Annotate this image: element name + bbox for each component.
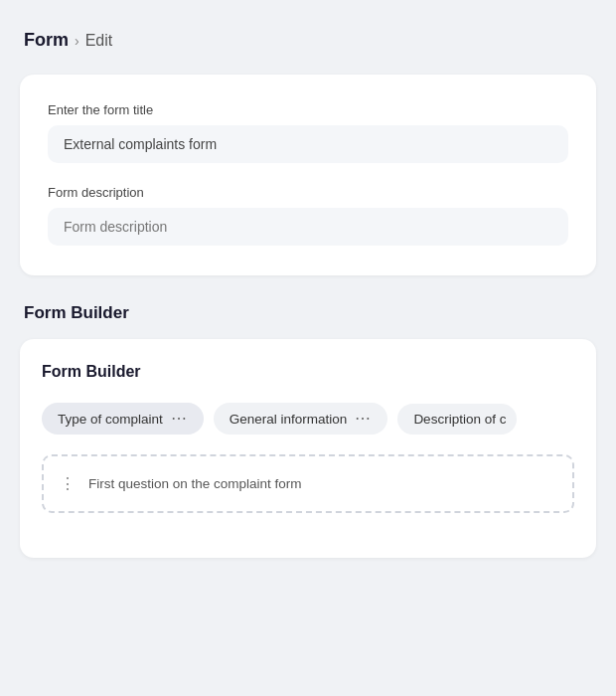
title-label: Enter the form title xyxy=(48,102,568,117)
builder-card: Form Builder Type of complaint ⋯ General… xyxy=(20,339,596,558)
chevron-right-icon: › xyxy=(75,33,79,49)
tabs-row: Type of complaint ⋯ General information … xyxy=(42,403,574,435)
description-input[interactable] xyxy=(48,208,568,246)
tab-type-of-complaint[interactable]: Type of complaint ⋯ xyxy=(42,403,204,435)
page-container: Form › Edit Enter the form title Form de… xyxy=(0,0,616,696)
title-field-group: Enter the form title xyxy=(48,102,568,163)
tab-description-partial[interactable]: Description of c xyxy=(397,404,517,435)
tab-general-information-label: General information xyxy=(230,412,348,427)
breadcrumb-form[interactable]: Form xyxy=(24,30,69,51)
breadcrumb-edit: Edit xyxy=(85,32,113,50)
builder-card-title: Form Builder xyxy=(42,363,574,381)
breadcrumb: Form › Edit xyxy=(20,30,596,51)
description-field-group: Form description xyxy=(48,185,568,246)
form-builder-section-title: Form Builder xyxy=(20,303,596,323)
tab-description-label: Description of c xyxy=(413,412,506,427)
first-question-label: First question on the complaint form xyxy=(88,476,302,491)
drag-handle-icon: ⋮ xyxy=(60,474,77,493)
tab-type-of-complaint-label: Type of complaint xyxy=(58,412,163,427)
description-label: Form description xyxy=(48,185,568,200)
form-info-card: Enter the form title Form description xyxy=(20,75,596,275)
title-input[interactable] xyxy=(48,125,568,163)
tab-more-icon-2[interactable]: ⋯ xyxy=(355,411,372,427)
tab-more-icon[interactable]: ⋯ xyxy=(171,411,188,427)
tab-general-information[interactable]: General information ⋯ xyxy=(214,403,388,435)
dashed-drop-area: ⋮ First question on the complaint form xyxy=(42,454,574,513)
